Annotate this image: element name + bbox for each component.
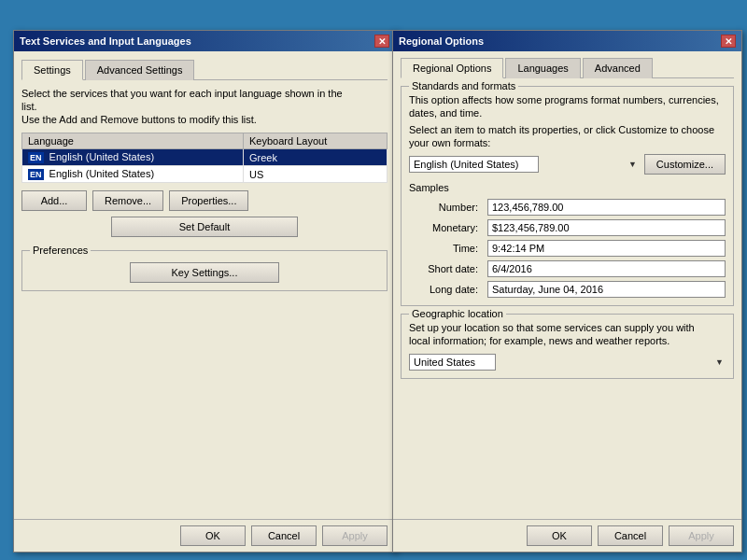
lang-name-2: English (United States): [49, 168, 155, 179]
text-services-window: Text Services and Input Languages ✕ Sett…: [13, 30, 396, 553]
tab-languages[interactable]: Languages: [505, 58, 580, 78]
properties-button[interactable]: Properties...: [169, 190, 248, 211]
geo-label: Geographic location: [409, 308, 506, 319]
number-label: Number:: [409, 202, 484, 213]
window2-title: Regional Options: [399, 35, 484, 47]
short-date-label: Short date:: [409, 263, 484, 274]
lang-name-1: English (United States): [49, 151, 155, 162]
short-date-value: 6/4/2016: [487, 260, 726, 277]
window2-tabs: Regional Options Languages Advanced: [401, 57, 734, 78]
lang-cell-2: EN English (United States): [22, 166, 244, 183]
window1-close-button[interactable]: ✕: [374, 35, 389, 48]
lang-cell-1: EN English (United States): [22, 149, 244, 166]
geo-group: Geographic location Set up your location…: [401, 314, 734, 379]
monetary-label: Monetary:: [409, 222, 484, 233]
add-button[interactable]: Add...: [21, 190, 87, 211]
title-bar-1: Text Services and Input Languages ✕: [14, 31, 395, 51]
geo-desc2: local information; for example, news and…: [409, 335, 726, 346]
time-value: 9:42:14 PM: [487, 240, 726, 257]
set-default-row: Set Default: [21, 217, 388, 237]
window2-bottom-buttons: OK Cancel Apply: [393, 519, 741, 552]
action-buttons-row: Add... Remove... Properties...: [21, 190, 388, 211]
window2-cancel-button[interactable]: Cancel: [598, 525, 663, 546]
col-keyboard: Keyboard Layout: [244, 133, 388, 149]
window1-cancel-button[interactable]: Cancel: [251, 525, 317, 546]
language-table: Language Keyboard Layout EN English (Uni…: [21, 133, 388, 183]
window1-title: Text Services and Input Languages: [20, 35, 191, 47]
en-badge-2: EN: [28, 169, 44, 180]
key-settings-row: Key Settings...: [30, 259, 379, 283]
geo-dropdown-arrow: ▼: [715, 357, 724, 367]
standards-desc3: Select an item to match its properties, …: [409, 124, 726, 135]
description-line1: Select the services that you want for ea…: [21, 88, 388, 99]
geo-desc1: Set up your location so that some servic…: [409, 322, 726, 333]
geo-dropdown[interactable]: United States: [409, 354, 496, 371]
table-row[interactable]: EN English (United States) US: [22, 166, 388, 183]
set-default-button[interactable]: Set Default: [111, 217, 298, 237]
long-date-value: Saturday, June 04, 2016: [487, 281, 726, 298]
title-bar-2: Regional Options ✕: [393, 31, 741, 51]
standards-desc2: dates, and time.: [409, 107, 726, 119]
locale-row: English (United States) ▼ Customize...: [409, 154, 726, 175]
key-settings-button[interactable]: Key Settings...: [130, 262, 279, 283]
description-line3: Use the Add and Remove buttons to modify…: [21, 114, 388, 125]
samples-label: Samples: [409, 182, 726, 193]
long-date-label: Long date:: [409, 284, 484, 295]
geo-dropdown-container: United States ▼: [409, 354, 726, 371]
standards-label: Standards and formats: [409, 80, 518, 91]
window1-tabs: Settings Advanced Settings: [21, 59, 388, 80]
tab-advanced[interactable]: Advanced: [583, 58, 653, 78]
window2-ok-button[interactable]: OK: [527, 525, 592, 546]
locale-dropdown-arrow: ▼: [628, 160, 637, 169]
standards-desc4: your own formats:: [409, 137, 726, 148]
standards-group: Standards and formats This option affect…: [401, 86, 734, 306]
en-badge-1: EN: [28, 152, 44, 163]
window1-ok-button[interactable]: OK: [180, 525, 246, 546]
number-value: 123,456,789.00: [487, 199, 726, 216]
tab-settings[interactable]: Settings: [21, 60, 83, 80]
locale-dropdown-container: English (United States) ▼: [409, 156, 639, 173]
standards-desc1: This option affects how some programs fo…: [409, 94, 726, 105]
tab-advanced-settings[interactable]: Advanced Settings: [85, 60, 195, 80]
locale-dropdown[interactable]: English (United States): [409, 156, 539, 173]
monetary-value: $123,456,789.00: [487, 219, 726, 236]
remove-button[interactable]: Remove...: [92, 190, 163, 211]
layout-cell-2: US: [244, 166, 388, 183]
window2-apply-button[interactable]: Apply: [669, 525, 734, 546]
window1-apply-button[interactable]: Apply: [322, 525, 388, 546]
customize-button[interactable]: Customize...: [644, 154, 726, 175]
col-language: Language: [22, 133, 244, 149]
time-label: Time:: [409, 243, 484, 254]
samples-grid: Number: 123,456,789.00 Monetary: $123,45…: [409, 199, 726, 298]
preferences-label: Preferences: [30, 245, 91, 256]
layout-cell-1: Greek: [244, 149, 388, 166]
tab-regional-options[interactable]: Regional Options: [401, 58, 503, 78]
table-row[interactable]: EN English (United States) Greek: [22, 149, 388, 166]
preferences-group: Preferences Key Settings...: [21, 250, 388, 291]
window1-bottom-buttons: OK Cancel Apply: [14, 519, 395, 552]
description-line2: list.: [21, 101, 388, 112]
regional-options-window: Regional Options ✕ Regional Options Lang…: [392, 30, 742, 553]
window2-close-button[interactable]: ✕: [721, 35, 736, 48]
